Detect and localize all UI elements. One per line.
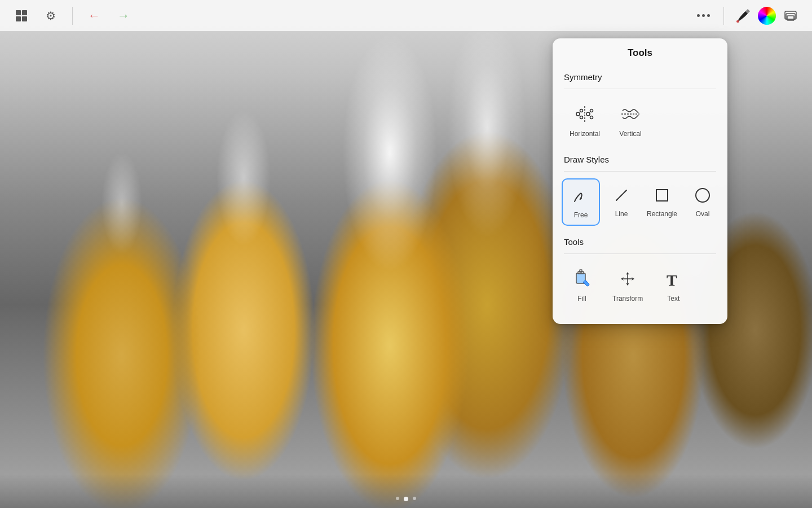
toolbar-right bbox=[690, 3, 803, 28]
redo-icon: → bbox=[117, 8, 130, 23]
draw-style-rectangle-button[interactable]: Rectangle bbox=[643, 178, 681, 224]
undo-button[interactable]: ← bbox=[82, 3, 107, 28]
svg-point-5 bbox=[580, 110, 583, 112]
more-dot-1 bbox=[697, 14, 700, 17]
symmetry-divider bbox=[564, 89, 716, 89]
transform-tool-icon bbox=[615, 266, 640, 291]
color-wheel-button[interactable] bbox=[758, 7, 776, 25]
draw-style-free-button[interactable]: Free bbox=[562, 178, 600, 226]
tools-section-label: Tools bbox=[553, 230, 727, 251]
symmetry-section-label: Symmetry bbox=[553, 65, 727, 86]
page-indicator bbox=[396, 497, 416, 501]
tools-row: Fill Transform T bbox=[553, 256, 727, 313]
svg-point-9 bbox=[590, 110, 593, 112]
svg-text:T: T bbox=[667, 271, 677, 289]
toolbar: ⚙ ← → bbox=[0, 0, 812, 32]
oval-draw-icon bbox=[691, 184, 714, 207]
horizontal-symmetry-icon bbox=[572, 102, 597, 126]
toolbar-left: ⚙ ← → bbox=[9, 3, 136, 28]
draw-style-line-button[interactable]: Line bbox=[602, 178, 641, 224]
fill-tool-label: Fill bbox=[577, 295, 586, 303]
transform-tool-label: Transform bbox=[612, 295, 643, 303]
vertical-symmetry-label: Vertical bbox=[619, 130, 641, 138]
layers-button[interactable] bbox=[778, 3, 803, 28]
symmetry-vertical-button[interactable]: Vertical bbox=[610, 96, 651, 143]
rectangle-draw-icon bbox=[651, 184, 673, 207]
draw-styles-row: Free Line Rectangle bbox=[553, 174, 727, 230]
vertical-symmetry-icon bbox=[618, 102, 643, 126]
gallery-button[interactable] bbox=[9, 3, 34, 28]
tools-section-divider bbox=[564, 253, 716, 254]
more-dot-2 bbox=[702, 14, 705, 17]
transform-tool-button[interactable]: Transform bbox=[604, 261, 651, 308]
settings-button[interactable]: ⚙ bbox=[38, 3, 63, 28]
svg-rect-17 bbox=[580, 270, 582, 272]
draw-styles-section-label: Draw Styles bbox=[553, 148, 727, 169]
tools-panel-title: Tools bbox=[553, 38, 727, 65]
page-dot-3 bbox=[413, 497, 416, 500]
toolbar-divider bbox=[72, 7, 73, 25]
svg-rect-3 bbox=[787, 16, 794, 20]
free-draw-label: Free bbox=[574, 211, 588, 219]
page-dot-1 bbox=[396, 497, 399, 500]
grid-icon bbox=[16, 10, 27, 21]
symmetry-row: Horizontal Vertical bbox=[553, 91, 727, 148]
svg-point-4 bbox=[576, 112, 580, 116]
svg-point-6 bbox=[580, 116, 583, 119]
brush-button[interactable] bbox=[731, 3, 756, 28]
oval-draw-label: Oval bbox=[696, 210, 710, 218]
text-tool-label: Text bbox=[667, 295, 679, 303]
toolbar-right-divider bbox=[723, 7, 724, 25]
fill-tool-icon bbox=[570, 266, 594, 291]
text-tool-icon: T bbox=[661, 266, 686, 291]
svg-rect-13 bbox=[656, 190, 668, 201]
layers-icon bbox=[783, 8, 798, 24]
undo-icon: ← bbox=[88, 8, 100, 23]
fill-tool-button[interactable]: Fill bbox=[562, 261, 602, 308]
svg-point-14 bbox=[696, 189, 709, 202]
redo-button[interactable]: → bbox=[111, 3, 136, 28]
line-draw-icon bbox=[610, 184, 633, 207]
free-draw-icon bbox=[570, 185, 592, 208]
rectangle-draw-label: Rectangle bbox=[647, 210, 677, 218]
more-dot-3 bbox=[707, 14, 710, 17]
tools-panel: Tools Symmetry Horizontal bbox=[553, 38, 727, 324]
symmetry-horizontal-button[interactable]: Horizontal bbox=[562, 96, 608, 143]
svg-line-12 bbox=[616, 190, 626, 200]
draw-styles-divider bbox=[564, 171, 716, 172]
gear-icon: ⚙ bbox=[46, 9, 56, 23]
svg-rect-0 bbox=[736, 20, 739, 23]
more-button[interactable] bbox=[690, 10, 717, 21]
line-draw-label: Line bbox=[615, 210, 628, 218]
horizontal-symmetry-label: Horizontal bbox=[570, 130, 600, 138]
svg-point-8 bbox=[586, 112, 590, 116]
text-tool-button[interactable]: T Text bbox=[653, 261, 694, 308]
svg-rect-1 bbox=[785, 11, 796, 19]
page-dot-2 bbox=[404, 497, 408, 501]
svg-point-10 bbox=[590, 116, 593, 119]
draw-style-oval-button[interactable]: Oval bbox=[683, 178, 722, 224]
brush-icon bbox=[734, 7, 752, 25]
